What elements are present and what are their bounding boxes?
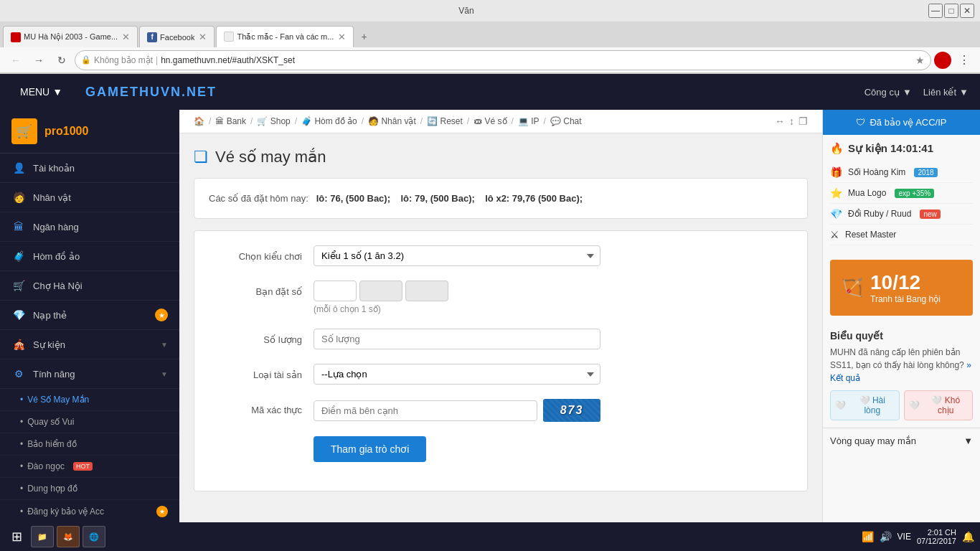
breadcrumb-reset[interactable]: 🔄 Reset bbox=[427, 116, 463, 126]
submit-button[interactable]: Tham gia trò chơi bbox=[314, 436, 426, 462]
taskbar-browser-btn[interactable]: 🦊 bbox=[57, 526, 80, 547]
page-title: ❏ Vé số may mắn bbox=[194, 148, 808, 166]
event-badge-3: new bbox=[920, 209, 940, 219]
forward-button[interactable]: → bbox=[29, 50, 49, 70]
breadcrumb-bar: 🏠 / 🏛 Bank / 🛒 Shop / 🧳 Hòm đồ ảo / 🧑 Nh… bbox=[179, 110, 822, 133]
captcha-input[interactable] bbox=[314, 400, 537, 421]
taskbar-file-explorer[interactable]: 📁 bbox=[31, 526, 54, 547]
hom-do-icon: 🧳 bbox=[11, 249, 26, 263]
close-button[interactable]: ✕ bbox=[960, 4, 974, 18]
sep8: / bbox=[544, 116, 546, 126]
start-button[interactable]: ⊞ bbox=[6, 526, 28, 547]
quay-so-label: Quay số Vui bbox=[27, 417, 74, 427]
tab-active[interactable]: Thắc mắc - Fan và các m... ✕ bbox=[216, 26, 354, 47]
sidebar-item-tinh-nang[interactable]: ⚙ Tính năng ▼ bbox=[0, 359, 179, 389]
acc-protect-button[interactable]: 🛡 Đã bảo vệ ACC/IP bbox=[823, 110, 980, 135]
number-input-3[interactable] bbox=[405, 281, 448, 301]
network-icon[interactable]: 📶 bbox=[862, 531, 874, 542]
browser-menu-button[interactable]: ⋮ bbox=[954, 50, 974, 70]
tab-fb[interactable]: f Facebook ✕ bbox=[139, 26, 215, 47]
vote-unhappy-button[interactable]: 🤍 🤍 Khó chịu bbox=[904, 390, 974, 420]
breadcrumb-fullscreen-button[interactable]: ❐ bbox=[798, 116, 808, 127]
vote-happy-button[interactable]: 🤍 🤍 Hài lòng bbox=[830, 390, 900, 420]
sidebar-sub-quay-so[interactable]: • Quay số Vui bbox=[0, 411, 179, 433]
reload-button[interactable]: ↻ bbox=[52, 50, 72, 70]
tab-label-mu: MU Hà Nội 2003 - Game... bbox=[24, 32, 118, 42]
number-input-2[interactable] bbox=[359, 281, 402, 301]
happy-label: 🤍 Hài lòng bbox=[850, 395, 895, 415]
title-bar: Văn — □ ✕ bbox=[0, 0, 980, 22]
logo-text: GAMETHUVN.NET bbox=[85, 85, 217, 99]
links-arrow-icon: ▼ bbox=[959, 87, 969, 98]
sidebar-sub-dao-ngoc[interactable]: • Đào ngọc HOT bbox=[0, 456, 179, 478]
tab-mu[interactable]: MU Hà Nội 2003 - Game... ✕ bbox=[3, 26, 138, 47]
breadcrumb-chat[interactable]: 💬 Chat bbox=[550, 116, 582, 126]
new-tab-button[interactable]: + bbox=[355, 26, 372, 47]
captcha-wrap: 873 bbox=[314, 399, 600, 422]
event-item-1[interactable]: 🎁 Sối Hoàng Kim 2018 bbox=[830, 162, 973, 183]
sidebar-sub-ve-so[interactable]: • Vé Số May Mắn bbox=[0, 389, 179, 411]
breadcrumb-ip[interactable]: 💻 IP bbox=[518, 116, 540, 126]
captcha-image: 873 bbox=[543, 399, 600, 422]
bookmark-icon[interactable]: ★ bbox=[915, 55, 925, 66]
tab-close-fb[interactable]: ✕ bbox=[199, 32, 207, 42]
nap-the-label: Nạp thẻ bbox=[33, 310, 67, 321]
tai-khoan-icon: 👤 bbox=[11, 161, 26, 175]
breadcrumb-home[interactable]: 🏠 bbox=[194, 116, 204, 126]
tab-close-mu[interactable]: ✕ bbox=[122, 32, 130, 42]
battle-icon: 🏹 bbox=[842, 278, 863, 298]
volume-icon[interactable]: 🔊 bbox=[880, 531, 892, 542]
breadcrumb-bank[interactable]: 🏛 Bank bbox=[215, 116, 246, 126]
breadcrumb-hom-do[interactable]: 🧳 Hòm đồ ảo bbox=[301, 116, 357, 126]
bullet-icon2: • bbox=[20, 417, 23, 427]
form-group-kieu-choi: Chọn kiểu chơi Kiểu 1 số (1 ăn 3.2) Kiểu… bbox=[209, 245, 793, 266]
user-section: 🛒 pro1000 bbox=[0, 110, 179, 154]
notification-icon[interactable]: 🔔 bbox=[962, 531, 974, 542]
event-item-3[interactable]: 💎 Đổi Ruby / Ruud new bbox=[830, 204, 973, 225]
so-luong-input[interactable] bbox=[314, 329, 600, 349]
event-item-4[interactable]: ⚔ Reset Master bbox=[830, 225, 973, 245]
sidebar-sub-dang-ky[interactable]: • Đăng ký bảo vệ Acc ★ bbox=[0, 500, 179, 524]
taskbar-chrome-btn[interactable]: 🌐 bbox=[83, 526, 105, 547]
page-title-text: Vé số may mắn bbox=[215, 148, 326, 166]
breadcrumb-ve-so[interactable]: 🎟 Vé số bbox=[473, 116, 507, 126]
sidebar-item-su-kien[interactable]: 🎪 Sự kiện ▼ bbox=[0, 330, 179, 359]
form-group-submit: Tham gia trò chơi bbox=[209, 436, 793, 462]
sidebar-item-cho[interactable]: 🛒 Chợ Hà Nội bbox=[0, 271, 179, 301]
gift-icon: 🎁 bbox=[830, 166, 842, 178]
event-item-2[interactable]: ⭐ Mua Logo exp +35% bbox=[830, 183, 973, 204]
info-text: Các số đã đặt hôm nay: lô: 76, (500 Bac)… bbox=[209, 193, 793, 204]
menu-button[interactable]: MENU ▼ bbox=[11, 80, 71, 103]
minimize-button[interactable]: — bbox=[928, 4, 943, 18]
sidebar-sub-bao-hiem[interactable]: • Bảo hiểm đồ bbox=[0, 433, 179, 456]
tools-link[interactable]: Công cụ ▼ bbox=[864, 87, 912, 98]
address-bar[interactable]: 🔒 Không bảo mật | hn.gamethuvn.net/#auth… bbox=[75, 50, 931, 70]
vong-quay-link[interactable]: Vòng quay may mắn ▼ bbox=[823, 428, 980, 453]
sidebar-item-tai-khoan[interactable]: 👤 Tài khoản bbox=[0, 154, 179, 183]
restore-button[interactable]: □ bbox=[944, 4, 958, 18]
sidebar-item-nap-the[interactable]: 💎 Nạp thẻ ★ bbox=[0, 301, 179, 330]
tai-san-select[interactable]: --Lựa chọn Bac Zen bbox=[314, 364, 600, 385]
tab-close-active[interactable]: ✕ bbox=[338, 32, 346, 42]
profile-avatar[interactable] bbox=[934, 52, 951, 69]
sword-icon: ⚔ bbox=[830, 229, 839, 240]
sidebar-item-hom-do[interactable]: 🧳 Hòm đồ ảo bbox=[0, 242, 179, 271]
bet-2: lô: 79, (500 Bac); bbox=[400, 193, 474, 204]
number-input-1[interactable] bbox=[314, 281, 357, 301]
breadcrumb-actions: ↔ ↕ ❐ bbox=[775, 116, 808, 127]
tab-favicon-fb: f bbox=[147, 32, 157, 42]
sidebar-sub-dung-hop[interactable]: • Dung hợp đồ bbox=[0, 478, 179, 500]
kieu-choi-select[interactable]: Kiểu 1 số (1 ăn 3.2) Kiểu 2 số (1 ăn 6.5… bbox=[314, 245, 600, 266]
breadcrumb-action-2[interactable]: ↕ bbox=[789, 116, 794, 127]
battle-box[interactable]: 🏹 10/12 Tranh tài Bang hội bbox=[830, 260, 973, 316]
breadcrumb-shop[interactable]: 🛒 Shop bbox=[257, 116, 290, 126]
links-link[interactable]: Liên kết ▼ bbox=[923, 87, 969, 98]
breadcrumb-action-1[interactable]: ↔ bbox=[775, 116, 785, 127]
sidebar-item-nhan-vat[interactable]: 🧑 Nhân vật bbox=[0, 183, 179, 212]
nav-bar: ← → ↻ 🔒 Không bảo mật | hn.gamethuvn.net… bbox=[0, 47, 980, 73]
submit-label: Tham gia trò chơi bbox=[331, 443, 409, 455]
sidebar-item-ngan-hang[interactable]: 🏛 Ngân hàng bbox=[0, 212, 179, 242]
back-button[interactable]: ← bbox=[6, 50, 26, 70]
cho-label: Chợ Hà Nội bbox=[33, 281, 83, 291]
breadcrumb-nhan-vat[interactable]: 🧑 Nhân vật bbox=[368, 116, 416, 126]
